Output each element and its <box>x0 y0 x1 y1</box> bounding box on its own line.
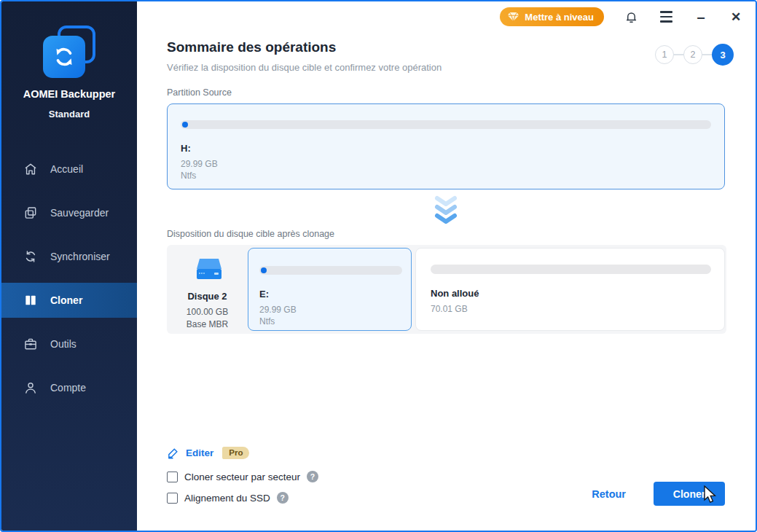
notifications-bell-icon[interactable] <box>623 9 639 25</box>
app-window: AOMEI Backupper Standard Accueil Sauvega… <box>0 0 757 532</box>
upgrade-label: Mettre à niveau <box>525 12 594 23</box>
edit-partitions-link[interactable]: Editer Pro <box>167 447 318 459</box>
sidebar-item-outils[interactable]: Outils <box>1 326 137 361</box>
source-partition-size: 29.99 GB <box>181 159 711 169</box>
pencil-edit-icon <box>167 447 179 459</box>
step-1: 1 <box>655 45 674 64</box>
clone-panels-icon <box>23 293 38 308</box>
clone-button[interactable]: Cloner <box>654 482 725 506</box>
source-partition-fs: Ntfs <box>181 171 711 181</box>
step-3-active: 3 <box>712 44 734 66</box>
page-title: Sommaire des opérations <box>167 39 442 55</box>
target-partition-fs: Ntfs <box>259 316 402 326</box>
step-indicator: 1 2 3 <box>655 44 734 66</box>
step-connector <box>674 54 683 55</box>
main-area: Mettre à niveau – ✕ Sommaire des opérati… <box>137 1 756 531</box>
sidebar: AOMEI Backupper Standard Accueil Sauvega… <box>1 1 137 531</box>
minimize-button[interactable]: – <box>693 9 709 25</box>
sidebar-item-label: Outils <box>50 338 77 350</box>
page-subtitle: Vérifiez la disposition du disque cible … <box>167 62 442 73</box>
sector-by-sector-label: Cloner secteur par secteur <box>184 472 300 482</box>
footer: Editer Pro Cloner secteur par secteur ? … <box>167 447 734 513</box>
sidebar-item-cloner[interactable]: Cloner <box>1 283 137 318</box>
logo-sync-icon <box>43 36 85 78</box>
sidebar-item-accueil[interactable]: Accueil <box>1 152 137 187</box>
source-usage-bar <box>181 120 711 129</box>
backup-copy-icon <box>23 206 38 220</box>
target-partition-size: 29.99 GB <box>259 305 402 315</box>
sector-by-sector-option: Cloner secteur par secteur ? <box>167 471 318 482</box>
sidebar-item-synchroniser[interactable]: Synchroniser <box>1 239 137 274</box>
target-disk-info: Disque 2 100.00 GB Base MBR <box>167 245 248 334</box>
target-disk-size: 100.00 GB <box>187 307 228 317</box>
target-disk-type: Base MBR <box>187 319 228 329</box>
menu-hamburger-icon[interactable] <box>658 9 674 25</box>
app-edition: Standard <box>1 109 137 120</box>
usage-dot <box>261 267 267 273</box>
target-disk-panel: Disque 2 100.00 GB Base MBR E: 29.99 GB … <box>167 245 726 334</box>
diamond-gem-icon <box>507 12 519 22</box>
target-partition-name: E: <box>259 289 402 300</box>
home-icon <box>23 162 38 176</box>
titlebar: Mettre à niveau – ✕ <box>137 1 756 32</box>
target-partition-selected[interactable]: E: 29.99 GB Ntfs <box>248 248 412 331</box>
help-icon[interactable]: ? <box>277 492 289 504</box>
step-connector <box>702 54 712 55</box>
ssd-alignment-option: Alignement du SSD ? <box>167 492 318 504</box>
unallocated-bar <box>431 265 711 274</box>
back-button[interactable]: Retour <box>592 488 626 500</box>
sidebar-item-label: Accueil <box>50 163 83 175</box>
sidebar-item-sauvegarder[interactable]: Sauvegarder <box>1 195 137 230</box>
target-usage-bar <box>259 266 402 275</box>
sidebar-item-compte[interactable]: Compte <box>1 370 137 405</box>
help-icon[interactable]: ? <box>307 471 318 482</box>
unallocated-space[interactable]: Non alloué 70.01 GB <box>415 248 725 331</box>
source-partition-name: H: <box>181 143 711 154</box>
chevron-down-triple-icon <box>434 195 458 224</box>
flow-direction <box>167 189 725 229</box>
usage-dot <box>182 122 188 128</box>
target-disk-name: Disque 2 <box>187 291 227 302</box>
app-name: AOMEI Backupper <box>1 88 137 100</box>
upgrade-button[interactable]: Mettre à niveau <box>500 7 604 26</box>
close-button[interactable]: ✕ <box>728 9 744 25</box>
app-logo <box>43 26 95 78</box>
sidebar-item-label: Compte <box>50 382 86 394</box>
sidebar-item-label: Synchroniser <box>50 251 110 262</box>
sidebar-item-label: Sauvegarder <box>50 207 109 219</box>
mouse-cursor-icon <box>703 485 718 504</box>
toolbox-icon <box>23 337 38 351</box>
sidebar-item-label: Cloner <box>50 294 82 306</box>
edit-label: Editer <box>186 447 213 458</box>
account-icon <box>23 380 38 395</box>
ssd-alignment-checkbox[interactable] <box>167 493 178 504</box>
sync-icon <box>23 249 38 264</box>
content: Sommaire des opérations Vérifiez la disp… <box>137 32 756 531</box>
step-2: 2 <box>683 45 702 64</box>
ssd-alignment-label: Alignement du SSD <box>184 493 270 504</box>
source-section-label: Partition Source <box>167 87 734 98</box>
unallocated-size: 70.01 GB <box>431 304 711 314</box>
source-partition-panel[interactable]: H: 29.99 GB Ntfs <box>167 103 725 189</box>
hard-disk-icon <box>192 257 223 285</box>
unallocated-label: Non alloué <box>431 288 711 299</box>
sector-by-sector-checkbox[interactable] <box>167 472 178 482</box>
target-section-label: Disposition du disque cible après clonag… <box>167 229 734 239</box>
sidebar-nav: Accueil Sauvegarder Synchroniser Cloner … <box>1 152 137 414</box>
pro-badge: Pro <box>222 447 249 459</box>
